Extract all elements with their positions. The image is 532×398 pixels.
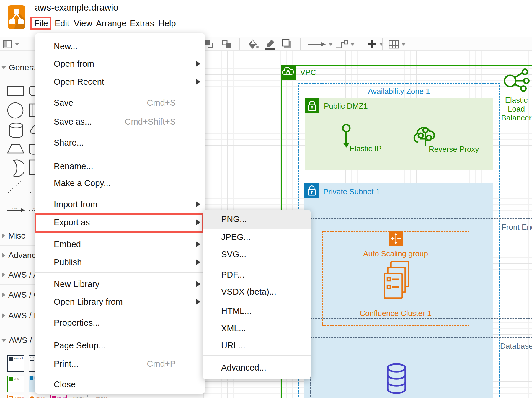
- shape-dotted-line[interactable]: [6, 178, 24, 194]
- connection-style-button[interactable]: [307, 39, 333, 50]
- submenu-arrow-icon: [196, 299, 200, 305]
- document-title[interactable]: aws-example.drawio: [35, 2, 118, 13]
- waypoints-icon: [335, 39, 348, 50]
- shape-labeled-arrow[interactable]: Label: [6, 207, 25, 214]
- menu-item-export-as[interactable]: Export as: [35, 213, 205, 231]
- vpc-thumb-icon: [9, 377, 13, 381]
- palette-item-ec2-instance[interactable]: EC2 instance: [7, 395, 24, 398]
- palette-item-generic-group[interactable]: Generic group: [94, 395, 111, 398]
- file-menu: New... Open from Open Recent SaveCmd+S S…: [35, 33, 205, 394]
- shortcut-label: Cmd+S: [147, 98, 176, 108]
- databases-group-box[interactable]: [310, 337, 532, 398]
- submenu-item-html[interactable]: HTML...: [203, 302, 311, 319]
- submenu-item-url[interactable]: URL...: [203, 337, 311, 354]
- menu-item-embed[interactable]: Embed: [35, 235, 205, 253]
- menu-divider: [203, 264, 311, 264]
- shortcut-label: Cmd+P: [147, 359, 176, 369]
- menu-item-open-recent[interactable]: Open Recent: [35, 73, 205, 91]
- menu-item-open-library-from[interactable]: Open Library from: [35, 293, 205, 311]
- public-dmz-lock-icon[interactable]: [305, 98, 319, 113]
- menu-item-new[interactable]: New...: [35, 37, 205, 55]
- menu-item-page-setup[interactable]: Page Setup...: [35, 337, 205, 354]
- toolbar-divider: [360, 38, 360, 50]
- reverse-proxy-icon[interactable]: [412, 121, 441, 148]
- submenu-item-advanced[interactable]: Advanced...: [203, 359, 311, 376]
- to-back-button[interactable]: [221, 39, 233, 50]
- chevron-down-icon: [1, 339, 6, 342]
- menu-item-save-as[interactable]: Save as...Cmd+Shift+S: [35, 113, 205, 131]
- shadow-icon: [281, 39, 293, 50]
- submenu-item-png[interactable]: PNG...: [203, 210, 311, 229]
- menu-item-import-from[interactable]: Import from: [35, 195, 205, 213]
- menu-divider: [35, 132, 205, 132]
- submenu-item-svg[interactable]: SVG...: [203, 246, 311, 263]
- menu-item-share[interactable]: Share...: [35, 134, 205, 151]
- menu-item-rename[interactable]: Rename...: [35, 157, 205, 175]
- submenu-item-vsdx[interactable]: VSDX (beta)...: [203, 283, 311, 300]
- insert-button[interactable]: [367, 39, 384, 50]
- palette-item-aws-cloud[interactable]: AWS Cloud: [7, 355, 24, 372]
- menu-divider: [35, 373, 205, 373]
- menu-item-close[interactable]: Close: [35, 376, 205, 393]
- menu-item-new-library[interactable]: New Library: [35, 275, 205, 293]
- to-front-icon: [204, 39, 214, 49]
- toolbar-divider: [382, 38, 383, 50]
- menu-item-make-a-copy[interactable]: Make a Copy...: [35, 174, 205, 192]
- shape-trapezoid[interactable]: [7, 144, 25, 154]
- menubar-file[interactable]: File: [34, 17, 48, 30]
- shape-ellipse[interactable]: [7, 102, 24, 119]
- menubar-arrange[interactable]: Arrange: [96, 17, 126, 30]
- to-front-button[interactable]: [204, 39, 214, 50]
- menubar-edit[interactable]: Edit: [55, 17, 69, 30]
- menubar-extras[interactable]: Extras: [130, 17, 154, 30]
- menu-item-open-from[interactable]: Open from: [35, 55, 205, 73]
- table-button[interactable]: [388, 39, 406, 50]
- submenu-arrow-icon: [196, 201, 200, 207]
- vpc-icon[interactable]: [281, 65, 296, 80]
- export-as-submenu: PNG... JPEG... SVG... PDF... VSDX (beta)…: [203, 210, 311, 379]
- confluence-cluster-icon[interactable]: [383, 261, 410, 299]
- connection-arrow-icon: [307, 39, 327, 49]
- shadow-button[interactable]: [281, 39, 293, 50]
- shape-rectangle[interactable]: [7, 86, 25, 96]
- menu-divider: [203, 301, 311, 301]
- toolbar-divider: [300, 38, 301, 50]
- menubar-view[interactable]: View: [74, 17, 92, 30]
- elastic-ip-label: Elastic IP: [350, 144, 381, 153]
- palette-item-vpc[interactable]: VPC: [7, 376, 24, 392]
- dropdown-caret-icon: [379, 43, 384, 46]
- menu-item-print[interactable]: Print...Cmd+P: [35, 355, 205, 373]
- menu-item-publish[interactable]: Publish: [35, 253, 205, 271]
- private-subnet-lock-icon[interactable]: [304, 183, 319, 198]
- toolbar-divider: [239, 38, 240, 50]
- menu-divider: [35, 312, 205, 312]
- auto-scaling-icon[interactable]: [389, 231, 403, 246]
- submenu-item-jpeg[interactable]: JPEG...: [203, 229, 311, 246]
- menu-item-save[interactable]: SaveCmd+S: [35, 94, 205, 112]
- menubar-help[interactable]: Help: [158, 17, 176, 30]
- chevron-down-icon: [1, 66, 6, 69]
- palette-item-generic-group-dashed[interactable]: Generic group: [71, 395, 88, 398]
- dropdown-caret-icon: [350, 43, 355, 46]
- fill-color-button[interactable]: [247, 39, 259, 50]
- line-color-button[interactable]: [263, 39, 277, 50]
- table-icon: [388, 40, 399, 49]
- database-icon[interactable]: [386, 363, 407, 394]
- waypoints-button[interactable]: [335, 39, 355, 50]
- ec2-thumb-icon: [9, 396, 13, 398]
- submenu-item-pdf[interactable]: PDF...: [203, 266, 311, 283]
- palette-item-spot-fleet[interactable]: Spot Fleet: [29, 395, 45, 398]
- palette-item-aws-step[interactable]: AWS Step: [50, 395, 67, 398]
- shape-crescent[interactable]: [9, 159, 24, 177]
- menu-divider: [35, 92, 205, 92]
- shortcut-label: Cmd+Shift+S: [125, 117, 176, 127]
- menu-divider: [35, 193, 205, 193]
- shape-cylinder[interactable]: [9, 122, 24, 138]
- submenu-item-xml[interactable]: XML...: [203, 320, 311, 337]
- menu-item-properties[interactable]: Properties...: [35, 314, 205, 332]
- elastic-load-balancer-icon[interactable]: [503, 68, 531, 94]
- public-dmz-label: Public DMZ1: [324, 102, 368, 111]
- menu-divider: [203, 355, 311, 356]
- menu-divider: [35, 153, 205, 153]
- view-panels-button[interactable]: [2, 39, 19, 50]
